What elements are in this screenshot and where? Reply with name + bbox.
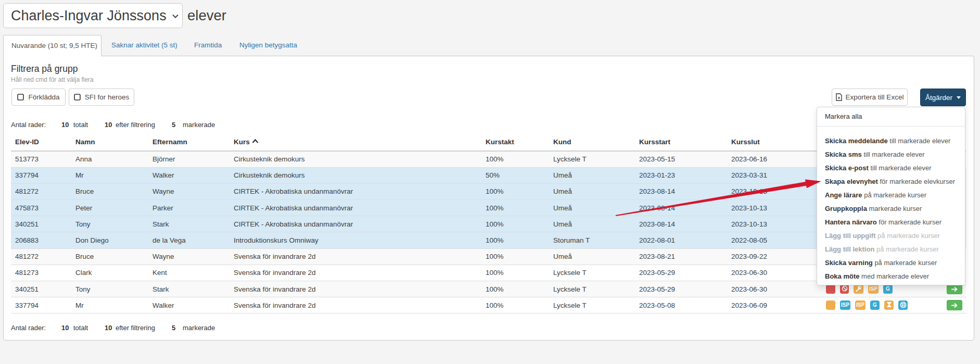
svg-text:x: x <box>837 95 840 100</box>
